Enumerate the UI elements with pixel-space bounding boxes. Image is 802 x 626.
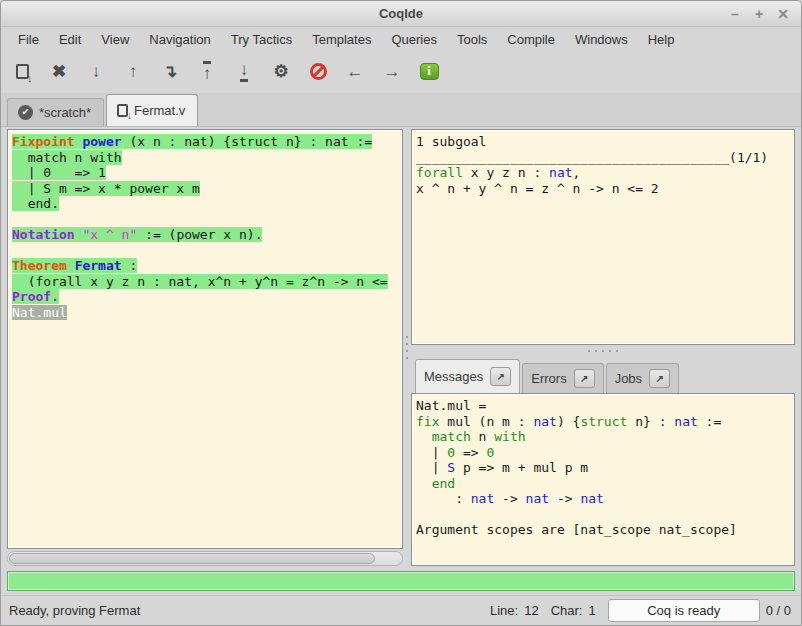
backward-one-icon: ↑ [129, 63, 138, 80]
about-icon[interactable]: i [414, 57, 444, 85]
messages-tabstrip: Messages↗Errors↗Jobs↗ [411, 357, 795, 393]
new-tab-icon[interactable] [7, 57, 37, 85]
minimize-button[interactable]: – [727, 6, 743, 22]
code-line [12, 212, 400, 228]
horizontal-scrollbar[interactable] [7, 551, 403, 566]
code-line: end. [12, 196, 400, 212]
check-icon: ✔ [18, 105, 33, 120]
code-line: Nat.mul [12, 305, 400, 321]
forward-icon: → [384, 63, 401, 80]
back-icon: ← [347, 63, 364, 80]
about-icon: i [420, 63, 439, 80]
close-button[interactable]: ✕ [775, 6, 791, 22]
code-line: Theorem Fermat : [12, 258, 400, 274]
make-icon[interactable]: ⚙ [266, 57, 296, 85]
tab-messages[interactable]: Messages↗ [415, 359, 520, 393]
menu-item-windows[interactable]: Windows [566, 29, 637, 50]
tab-label: Fermat.v [134, 103, 185, 118]
code-line: | S m => x * power x m [12, 181, 400, 197]
code-line: forall x y z n : nat, [416, 165, 790, 181]
window-controls: – + ✕ [727, 6, 801, 22]
go-to-cursor-icon: ↴ [163, 63, 177, 80]
go-to-end-icon[interactable]: ↓ [229, 57, 259, 85]
menu-item-help[interactable]: Help [639, 29, 684, 50]
status-right: Line: 12 Char: 1 Coq is ready 0 / 0 [490, 599, 791, 622]
forward-one-icon: ↓ [92, 63, 101, 80]
toolbar: ✖↓↑↴↑↓⚙←→i [1, 51, 801, 91]
code-line: Notation "x ^ n" := (power x n). [12, 227, 400, 243]
detach-icon[interactable]: ↗ [490, 367, 511, 386]
menu-item-compile[interactable]: Compile [498, 29, 564, 50]
document-icon [117, 104, 128, 117]
progress-bar [7, 571, 795, 591]
menu-bar: FileEditViewNavigationTry TacticsTemplat… [1, 27, 801, 51]
tab-jobs[interactable]: Jobs↗ [606, 363, 679, 393]
coq-status-indicator: Coq is ready [608, 599, 760, 622]
back-icon[interactable]: ← [340, 57, 370, 85]
coqide-window: CoqIde – + ✕ FileEditViewNavigationTry T… [0, 0, 802, 626]
script-pane: Fixpoint power (x n : nat) {struct n} : … [7, 129, 403, 566]
code-line: | 0 => 0 [416, 445, 790, 461]
tab-label: Jobs [615, 371, 642, 386]
line-value: 12 [524, 603, 538, 618]
job-counter: 0 / 0 [766, 603, 791, 618]
go-to-start-icon[interactable]: ↑ [192, 57, 222, 85]
code-line: Fixpoint power (x n : nat) {struct n} : … [12, 134, 400, 150]
tab-errors[interactable]: Errors↗ [522, 363, 603, 393]
menu-item-edit[interactable]: Edit [50, 29, 90, 50]
code-line: Nat.mul = [416, 398, 790, 414]
code-line: (forall x y z n : nat, x^n + y^n = z^n -… [12, 274, 400, 290]
main-area: Fixpoint power (x n : nat) {struct n} : … [1, 127, 801, 566]
menu-item-file[interactable]: File [9, 29, 48, 50]
go-to-end-icon: ↓ [240, 61, 249, 82]
code-line: | S p => m + mul p m [416, 460, 790, 476]
code-line: x ^ n + y ^ n = z ^ n -> n <= 2 [416, 181, 790, 197]
maximize-button[interactable]: + [751, 6, 767, 22]
forward-one-icon[interactable]: ↓ [81, 57, 111, 85]
menu-item-queries[interactable]: Queries [382, 29, 446, 50]
close-tab-icon: ✖ [52, 63, 66, 80]
window-title: CoqIde [1, 6, 801, 21]
status-bar: Ready, proving Fermat Line: 12 Char: 1 C… [1, 595, 801, 625]
code-line: | 0 => 1 [12, 165, 400, 181]
code-line: 1 subgoal [416, 134, 790, 150]
script-editor[interactable]: Fixpoint power (x n : nat) {struct n} : … [7, 129, 403, 549]
document-tabstrip: ✔*scratch*Fermat.v [1, 93, 801, 127]
menu-item-tools[interactable]: Tools [448, 29, 496, 50]
code-line: Proof. [12, 289, 400, 305]
code-line: end [416, 476, 790, 492]
pane-splitter-vertical[interactable] [403, 129, 411, 566]
progress-row [1, 566, 801, 595]
titlebar[interactable]: CoqIde – + ✕ [1, 1, 801, 27]
line-label: Line: [490, 603, 518, 618]
tab-label: Messages [424, 369, 483, 384]
code-line: match n with [12, 150, 400, 166]
interrupt-icon [310, 63, 327, 80]
pane-splitter-horizontal[interactable] [411, 345, 795, 357]
code-line: ________________________________________… [416, 150, 790, 166]
code-line [416, 507, 790, 523]
code-line [12, 243, 400, 259]
menu-item-navigation[interactable]: Navigation [140, 29, 219, 50]
interrupt-icon[interactable] [303, 57, 333, 85]
make-icon: ⚙ [273, 63, 288, 80]
scrollbar-thumb[interactable] [9, 553, 375, 564]
menu-item-templates[interactable]: Templates [303, 29, 380, 50]
char-value: 1 [588, 603, 595, 618]
new-tab-icon [16, 64, 29, 79]
tab-fermatv[interactable]: Fermat.v [106, 94, 198, 126]
detach-icon[interactable]: ↗ [649, 369, 670, 388]
forward-icon[interactable]: → [377, 57, 407, 85]
detach-icon[interactable]: ↗ [574, 369, 595, 388]
messages-view[interactable]: Nat.mul =fix mul (n m : nat) {struct n} … [411, 393, 795, 566]
close-tab-icon[interactable]: ✖ [44, 57, 74, 85]
goals-view[interactable]: 1 subgoal_______________________________… [411, 129, 795, 345]
char-label: Char: [551, 603, 583, 618]
tab-scratch[interactable]: ✔*scratch* [7, 98, 104, 126]
menu-item-try-tactics[interactable]: Try Tactics [222, 29, 301, 50]
code-line: : nat -> nat -> nat [416, 491, 790, 507]
menu-item-view[interactable]: View [92, 29, 138, 50]
code-line: Argument scopes are [nat_scope nat_scope… [416, 522, 790, 538]
backward-one-icon[interactable]: ↑ [118, 57, 148, 85]
go-to-cursor-icon[interactable]: ↴ [155, 57, 185, 85]
